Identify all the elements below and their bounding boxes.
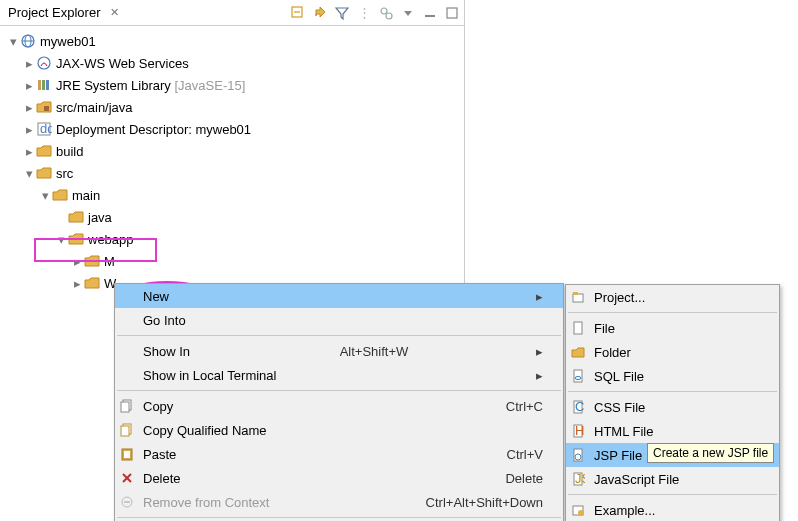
menu-label: Show In	[143, 344, 190, 359]
menu-label: Go Into	[143, 313, 186, 328]
minimize-icon[interactable]	[422, 5, 438, 21]
tree-item-src[interactable]: ▾ src	[0, 162, 464, 184]
menu-separator	[117, 517, 561, 518]
svg-rect-13	[44, 106, 49, 111]
maximize-icon[interactable]	[444, 5, 460, 21]
package-folder-icon	[36, 99, 52, 115]
svg-text:H: H	[575, 424, 584, 438]
folder-icon	[570, 344, 586, 360]
menu-item-go-into[interactable]: Go Into	[115, 308, 563, 332]
folder-icon	[84, 275, 100, 291]
collapse-all-icon[interactable]	[290, 5, 306, 21]
menu-label: Show in Local Terminal	[143, 368, 276, 383]
menu-separator	[117, 335, 561, 336]
remove-context-icon	[119, 494, 135, 510]
menu-label: New	[143, 289, 169, 304]
menu-item-show-terminal[interactable]: Show in Local Terminal ▸	[115, 363, 563, 387]
menu-label: Copy Qualified Name	[143, 423, 267, 438]
tree-item-jre[interactable]: ▸ JRE System Library [JavaSE-15]	[0, 74, 464, 96]
svg-text:JS: JS	[575, 472, 585, 486]
menu-label: Delete	[143, 471, 181, 486]
submenu-item-css[interactable]: C CSS File	[566, 395, 779, 419]
submenu-arrow-icon: ▸	[528, 344, 543, 359]
tree-label: src	[56, 166, 73, 181]
tree-item-deploy[interactable]: ▸ dd Deployment Descriptor: myweb01	[0, 118, 464, 140]
web-project-icon	[20, 33, 36, 49]
menu-separator	[568, 391, 777, 392]
submenu-item-html[interactable]: H HTML File	[566, 419, 779, 443]
paste-icon	[119, 446, 135, 462]
tree-item-java[interactable]: ▸ java	[0, 206, 464, 228]
menu-item-copy-qn[interactable]: Copy Qualified Name	[115, 418, 563, 442]
menu-label: Copy	[143, 399, 173, 414]
submenu-arrow-icon: ▸	[506, 368, 543, 383]
chevron-down-icon[interactable]: ▾	[6, 34, 20, 48]
sql-file-icon	[570, 368, 586, 384]
menu-item-copy[interactable]: Copy Ctrl+C	[115, 394, 563, 418]
menu-separator	[568, 494, 777, 495]
menu-label: Example...	[594, 503, 655, 518]
submenu-item-js[interactable]: JS JavaScript File	[566, 467, 779, 491]
tree-item-srcmainjava[interactable]: ▸ src/main/java	[0, 96, 464, 118]
svg-rect-21	[124, 451, 130, 458]
menu-label: SQL File	[594, 369, 644, 384]
chevron-right-icon[interactable]: ▸	[22, 78, 36, 92]
library-icon	[36, 77, 52, 93]
menu-label: Remove from Context	[143, 495, 269, 510]
web-service-icon	[36, 55, 52, 71]
menu-label: HTML File	[594, 424, 653, 439]
svg-text:C: C	[575, 400, 584, 414]
folder-icon	[36, 143, 52, 159]
menu-item-new[interactable]: New ▸	[115, 284, 563, 308]
submenu-item-sql[interactable]: SQL File	[566, 364, 779, 388]
tree-label: JAX-WS Web Services	[56, 56, 189, 71]
tooltip: Create a new JSP file	[647, 443, 774, 463]
example-icon	[570, 502, 586, 518]
tree-item-main[interactable]: ▾ main	[0, 184, 464, 206]
folder-icon	[68, 209, 84, 225]
submenu-arrow-icon: ▸	[506, 289, 543, 304]
css-file-icon: C	[570, 399, 586, 415]
svg-rect-19	[121, 426, 129, 436]
svg-rect-28	[574, 322, 582, 334]
tree-item-build[interactable]: ▸ build	[0, 140, 464, 162]
menu-item-paste[interactable]: Paste Ctrl+V	[115, 442, 563, 466]
chevron-right-icon[interactable]: ▸	[22, 122, 36, 136]
menu-item-delete[interactable]: Delete Delete	[115, 466, 563, 490]
delete-icon	[119, 470, 135, 486]
menu-separator	[117, 390, 561, 391]
svg-rect-26	[573, 294, 583, 302]
chevron-right-icon[interactable]: ▸	[22, 144, 36, 158]
menu-label: Folder	[594, 345, 631, 360]
descriptor-icon: dd	[36, 121, 52, 137]
menu-label: File	[594, 321, 615, 336]
submenu-item-file[interactable]: File	[566, 316, 779, 340]
menu-label: JavaScript File	[594, 472, 679, 487]
menu-shortcut: Alt+Shift+W	[310, 344, 409, 359]
submenu-new: Project... File Folder SQL File C CSS Fi…	[565, 284, 780, 521]
tree-item-project[interactable]: ▾ myweb01	[0, 30, 464, 52]
chevron-right-icon[interactable]: ▸	[22, 100, 36, 114]
svg-point-40	[578, 510, 584, 516]
submenu-item-example[interactable]: Example...	[566, 498, 779, 521]
chevron-right-icon[interactable]: ▸	[70, 276, 84, 290]
close-icon[interactable]: ✕	[106, 6, 123, 19]
tree-item-jaxws[interactable]: ▸ JAX-WS Web Services	[0, 52, 464, 74]
menu-label: Paste	[143, 447, 176, 462]
menu-item-show-in[interactable]: Show In Alt+Shift+W ▸	[115, 339, 563, 363]
link-editor-icon[interactable]	[312, 5, 328, 21]
submenu-item-project[interactable]: Project...	[566, 285, 779, 309]
menu-label: JSP File	[594, 448, 642, 463]
filter-icon[interactable]	[334, 5, 350, 21]
submenu-item-folder[interactable]: Folder	[566, 340, 779, 364]
svg-rect-17	[121, 402, 129, 412]
project-icon	[570, 289, 586, 305]
chevron-down-icon[interactable]: ▾	[22, 166, 36, 180]
tree-label: Deployment Descriptor: myweb01	[56, 122, 251, 137]
chevron-right-icon[interactable]: ▸	[22, 56, 36, 70]
focus-icon[interactable]	[378, 5, 394, 21]
menu-separator	[568, 312, 777, 313]
menu-shortcut: Ctrl+Alt+Shift+Down	[396, 495, 543, 510]
view-menu-icon[interactable]	[400, 5, 416, 21]
chevron-down-icon[interactable]: ▾	[38, 188, 52, 202]
